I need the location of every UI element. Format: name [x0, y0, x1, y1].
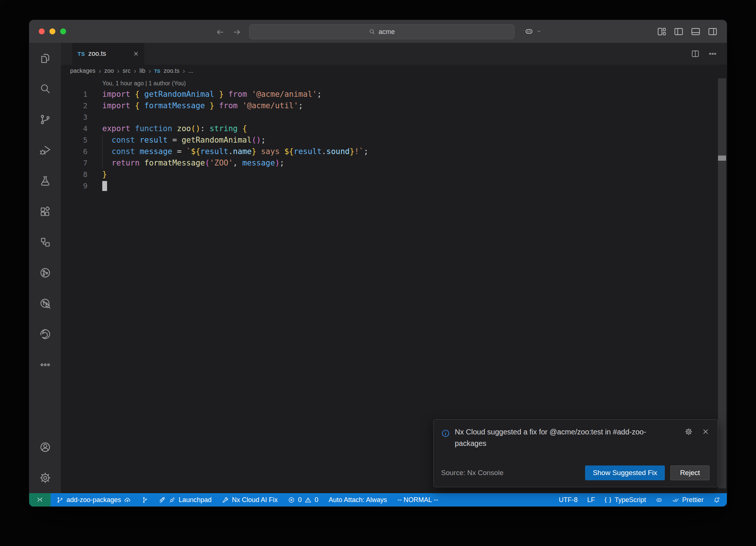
maximize-window-button[interactable]: [60, 28, 66, 34]
breadcrumb-item-file[interactable]: zoo.ts: [164, 68, 179, 74]
code-line-1: 1import { getRandomAnimal } from '@acme/…: [61, 89, 727, 100]
status-scm-graph[interactable]: [141, 496, 148, 504]
code-line-7: 7 return formatMessage('ZOO', message);: [61, 157, 727, 169]
breadcrumb-separator: ›: [134, 67, 136, 75]
git-blame-codelens[interactable]: You, 1 hour ago | 1 author (You): [102, 80, 186, 87]
show-suggested-fix-button[interactable]: Show Suggested Fix: [585, 465, 665, 480]
copilot-menu[interactable]: [524, 20, 542, 43]
chevron-down-icon: [536, 28, 542, 34]
activity-item-source-control[interactable]: [29, 104, 61, 135]
breadcrumb-separator: ›: [99, 67, 101, 75]
breadcrumb-item-zoo[interactable]: zoo: [104, 68, 114, 74]
debug-icon: [39, 144, 51, 156]
status-nx-cloud-ai-fix[interactable]: Nx Cloud AI Fix: [222, 496, 278, 504]
gear-icon: [39, 472, 51, 484]
notification-close-icon[interactable]: [702, 428, 709, 436]
scrollbar-marker: [718, 156, 726, 161]
status-language[interactable]: { }TypeScript: [605, 496, 646, 504]
minimize-window-button[interactable]: [49, 28, 55, 34]
remote-icon: [36, 496, 44, 504]
command-center-search[interactable]: acme: [249, 24, 515, 39]
pipeline-icon: [141, 496, 148, 504]
activity-item-search[interactable]: [29, 74, 61, 104]
breadcrumb-item-lib[interactable]: lib: [140, 68, 145, 74]
activity-bar: [29, 43, 61, 493]
editor-actions: [691, 43, 727, 65]
activity-item-more-views[interactable]: [29, 349, 61, 380]
layout-sidebar-left-icon[interactable]: [673, 26, 684, 37]
editor-scrollbar[interactable]: [718, 78, 726, 488]
breadcrumb-item-packages[interactable]: packages: [70, 68, 96, 74]
breadcrumb-separator: ›: [183, 67, 185, 75]
code-line-4: 4export function zoo(): string {: [61, 123, 727, 134]
status-encoding[interactable]: UTF-8: [559, 496, 578, 504]
activity-item-edge-tools[interactable]: [29, 319, 61, 349]
scm-icon: [39, 113, 51, 126]
status-auto-attach[interactable]: Auto Attach: Always: [329, 496, 387, 504]
status-label: TypeScript: [615, 496, 646, 504]
reject-button[interactable]: Reject: [670, 465, 709, 480]
remote-indicator[interactable]: [29, 493, 51, 506]
status-problems[interactable]: 00: [288, 496, 318, 504]
activity-item-explorer[interactable]: [29, 43, 61, 74]
activity-item-run-and-debug[interactable]: [29, 135, 61, 165]
status-bar: add-zoo-packagesLaunchpadNx Cloud AI Fix…: [29, 493, 727, 506]
layout-panel-icon[interactable]: [690, 26, 701, 37]
split-editor-icon[interactable]: [691, 49, 700, 58]
beaker-icon: [39, 175, 51, 187]
layout-controls: [656, 20, 718, 43]
braces-glyph: { }: [605, 496, 612, 504]
edge-icon: [39, 328, 51, 340]
activity-item-testing[interactable]: [29, 165, 61, 196]
layout-sidebar-right-icon[interactable]: [707, 26, 718, 37]
status-label: Prettier: [682, 496, 704, 504]
breadcrumb-item-src[interactable]: src: [123, 68, 130, 74]
line-number: 6: [61, 146, 87, 157]
status-copilot[interactable]: [656, 496, 663, 504]
activity-item-nx-console[interactable]: [29, 227, 61, 257]
status-label: Launchpad: [179, 496, 212, 504]
copilot-icon: [656, 496, 663, 504]
extensions-icon: [39, 205, 51, 218]
code-line-5: 5 const result = getRandomAnimal();: [61, 134, 727, 146]
status-label: add-zoo-packages: [66, 496, 121, 504]
close-window-button[interactable]: [39, 28, 45, 34]
activity-item-extensions[interactable]: [29, 196, 61, 227]
breadcrumb-separator: ›: [117, 67, 119, 75]
status-vim-mode[interactable]: -- NORMAL --: [397, 496, 438, 504]
activity-item-settings[interactable]: [29, 463, 61, 493]
breadcrumb-separator: ›: [149, 67, 151, 75]
line-number: 1: [61, 89, 87, 100]
tab-zoo-ts[interactable]: TS zoo.ts: [72, 43, 144, 65]
cloud-upload-icon: [124, 496, 131, 504]
close-tab-icon[interactable]: [133, 51, 139, 57]
branch-icon: [56, 496, 63, 504]
status-formatter[interactable]: Prettier: [672, 496, 704, 504]
status-label: Auto Attach: Always: [329, 496, 387, 504]
notification-gear-icon[interactable]: [685, 428, 693, 436]
line-number: 2: [61, 100, 87, 112]
circle-branch-search-icon: [39, 297, 51, 310]
more-icon: [39, 359, 51, 371]
notification-toast: Nx Cloud suggested a fix for @acme/zoo:t…: [433, 419, 718, 487]
line-number: 5: [61, 134, 87, 146]
code-line-9: 9: [61, 180, 727, 192]
status-eol[interactable]: LF: [587, 496, 595, 504]
status-launchpad[interactable]: Launchpad: [159, 496, 212, 504]
notification-message: Nx Cloud suggested a fix for @acme/zoo:t…: [455, 426, 676, 449]
activity-item-nx-project-graph[interactable]: [29, 288, 61, 319]
more-icon[interactable]: [708, 49, 717, 58]
breadcrumb-symbol-path[interactable]: ...: [188, 68, 193, 74]
customize-layout-icon[interactable]: [656, 26, 667, 37]
line-number: 8: [61, 169, 87, 180]
status-branch[interactable]: add-zoo-packages: [56, 496, 131, 504]
wrench-icon: [222, 496, 229, 504]
error-icon: [288, 496, 295, 504]
status-label: LF: [587, 496, 595, 504]
activity-item-nx-cloud[interactable]: [29, 257, 61, 288]
typescript-file-icon: TS: [154, 68, 161, 74]
forward-arrow-icon[interactable]: [233, 26, 241, 37]
status-notifications[interactable]: [713, 496, 720, 504]
back-arrow-icon[interactable]: [216, 26, 224, 37]
activity-item-accounts[interactable]: [29, 432, 61, 463]
